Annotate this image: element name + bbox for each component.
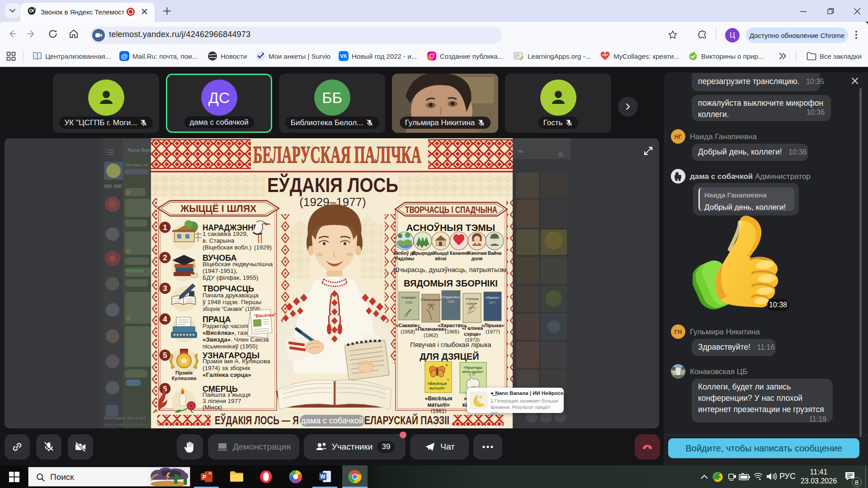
svg-text:P: P xyxy=(203,474,206,480)
svg-text:(1958): (1958) xyxy=(401,329,415,334)
svg-text:(1929): (1929) xyxy=(254,244,272,251)
svg-text:(1965): (1965) xyxy=(445,329,459,334)
svg-text:БДУ (філфак, 1955): БДУ (філфак, 1955) xyxy=(203,274,259,281)
svg-text:БЕЛАРУСКАЯ ПАЛІЧКА: БЕЛАРУСКАЯ ПАЛІЧКА xyxy=(253,142,421,168)
svg-text:«Вясёлыя: «Вясёлыя xyxy=(425,395,453,402)
svg-text:«Галінка: «Галінка xyxy=(465,297,479,301)
svg-text:«Галінка сэрца»: «Галінка сэрца» xyxy=(203,371,251,378)
svg-text:матылі»: матылі» xyxy=(427,402,449,408)
svg-text:Віцебскае педвучылішча: Віцебскае педвучылішча xyxy=(203,261,273,267)
svg-text:1: 1 xyxy=(163,223,167,232)
svg-text:вёскі: вёскі xyxy=(435,256,446,261)
svg-text:ў 1948 годзе. Першы: ў 1948 годзе. Першы xyxy=(203,299,261,305)
svg-text:4: 4 xyxy=(163,315,167,324)
svg-text:матылі»: матылі» xyxy=(429,386,445,390)
svg-text:Реклама Uni: Реклама Uni xyxy=(125,163,148,167)
svg-text:2: 2 xyxy=(163,253,167,262)
svg-text:1962: 1962 xyxy=(427,303,434,306)
svg-text:3: 3 xyxy=(163,284,167,293)
svg-text:Пайшла з жыцця: Пайшла з жыцця xyxy=(203,391,250,398)
svg-text:1 сакавіка 1929,: 1 сакавіка 1929, xyxy=(203,230,248,237)
svg-text:«Сакавік»: «Сакавік» xyxy=(401,296,417,300)
svg-text:Пачала друкавацца: Пачала друкавацца xyxy=(203,292,259,299)
svg-text:ДЛЯ ДЗЯЦЕЙ: ДЛЯ ДЗЯЦЕЙ xyxy=(420,351,479,361)
svg-text:Прэмія імя А. Куляшова: Прэмія імя А. Куляшова xyxy=(203,358,270,365)
svg-text:пісьменнікаў (1955): пісьменнікаў (1955) xyxy=(203,343,258,350)
svg-text:«Хараство»: «Хараство» xyxy=(441,295,460,299)
svg-text:ии: ии xyxy=(518,149,523,154)
svg-text:Прырода: Прырода xyxy=(412,251,433,256)
svg-text:Фотография 383 из 403: Фотография 383 из 403 xyxy=(104,416,146,420)
svg-text:Куляшова: Куляшова xyxy=(172,375,197,381)
svg-text:Вайна: Вайна xyxy=(488,251,502,256)
svg-text:казы-дузы»: казы-дузы» xyxy=(462,370,484,374)
svg-text:(1977): (1977) xyxy=(486,329,500,334)
svg-text:(1974) за зборнік: (1974) за зборнік xyxy=(203,365,250,371)
svg-text:5: 5 xyxy=(163,351,167,360)
svg-text:ЕЎДАКІЯ ЛОСЬ: ЕЎДАКІЯ ЛОСЬ xyxy=(267,174,398,196)
svg-text:ВЯДОМЫЯ ЗБОРНІКІ: ВЯДОМЫЯ ЗБОРНІКІ xyxy=(404,278,498,288)
svg-text:Nano Banana | ИИ Нейросе: Nano Banana | ИИ Нейросе xyxy=(104,422,150,427)
svg-text:1965: 1965 xyxy=(447,300,454,303)
svg-text:Жыццё: Жыццё xyxy=(432,251,449,256)
svg-text:Радзімы: Радзімы xyxy=(395,256,414,261)
svg-text:«Прыгоды: «Прыгоды xyxy=(463,366,482,370)
svg-text:(Віцебская вобл.): (Віцебская вобл.) xyxy=(203,244,251,251)
svg-text:«Лірыка»: «Лірыка» xyxy=(481,323,505,328)
svg-text:ЖЫЦЦЁ І ШЛЯХ: ЖЫЦЦЁ І ШЛЯХ xyxy=(180,203,256,214)
svg-text:ТВОРЧАСЦЬ І СПАДЧЫНА: ТВОРЧАСЦЬ І СПАДЧЫНА xyxy=(405,204,497,215)
svg-text:«Вясёлыя: «Вясёлыя xyxy=(428,381,447,386)
svg-text:сэрца»: сэрца» xyxy=(467,301,477,305)
svg-text:Рэдактар часопіса: Рэдактар часопіса xyxy=(203,323,255,329)
svg-text:Пявучая і глыбокая лірыка: Пявучая і глыбокая лірыка xyxy=(410,341,491,348)
svg-text:Каханне: Каханне xyxy=(450,251,468,256)
svg-text:«Палачанка»: «Палачанка» xyxy=(420,298,441,302)
svg-text:Жаночая: Жаночая xyxy=(467,251,487,256)
svg-text:1958: 1958 xyxy=(405,301,412,304)
svg-text:доля: доля xyxy=(472,256,483,261)
svg-text:ЕЎДАКІЯ ЛОСЬ — Я: ЕЎДАКІЯ ЛОСЬ — Я xyxy=(215,413,299,427)
svg-text:Прэмія: Прэмія xyxy=(175,370,193,375)
svg-text:«Лірыка»: «Лірыка» xyxy=(485,296,500,300)
svg-text:(Мінск): (Мінск) xyxy=(203,404,222,411)
svg-text:«Галінка: «Галінка xyxy=(462,325,484,331)
svg-text:Шчырасць, душэўнасць, патрыяты: Шчырасць, душэўнасць, патрыятызм. xyxy=(393,266,508,273)
svg-text:в. Старына: в. Старына xyxy=(203,237,235,244)
svg-text:(1962): (1962) xyxy=(424,333,438,338)
svg-text:(1947-1951),: (1947-1951), xyxy=(203,267,237,274)
svg-text:ЕЛАРУСКАЙ ПАЭЗІІ: ЕЛАРУСКАЙ ПАЭЗІІ xyxy=(364,413,449,427)
svg-text:W: W xyxy=(320,474,326,480)
svg-text:АСНОЎНЫЯ ТЭМЫ: АСНОЎНЫЯ ТЭМЫ xyxy=(406,222,495,233)
svg-text:сэрца»: сэрца» xyxy=(464,331,481,337)
svg-text:3 ліпеня 1977: 3 ліпеня 1977 xyxy=(203,398,241,404)
svg-text:1977: 1977 xyxy=(489,301,496,304)
